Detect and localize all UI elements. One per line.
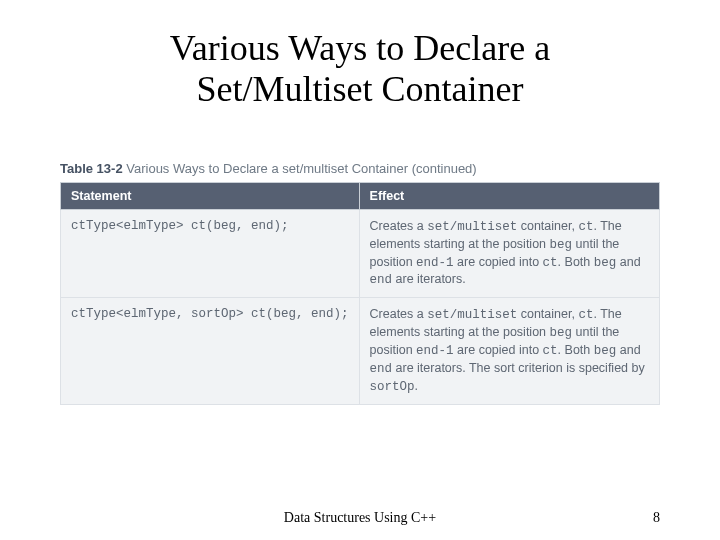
effect-code: end-1 [416,344,454,358]
effect-code: end [370,273,393,287]
effect-text: container, [517,219,578,233]
effect-text: . [415,379,418,393]
table-header-row: Statement Effect [61,182,660,209]
effect-code: beg [550,326,573,340]
effect-text: and [616,343,640,357]
effect-code: ct [578,308,593,322]
effect-text: . Both [558,343,594,357]
effect-code: set/multiset [427,308,517,322]
effect-code: ct [543,256,558,270]
effect-code: beg [550,238,573,252]
declaration-table: Statement Effect ctType<elmType> ct(beg,… [60,182,660,405]
effect-cell: Creates a set/multiset container, ct. Th… [359,209,659,298]
slide: Various Ways to Declare a Set/Multiset C… [0,0,720,540]
effect-text: are iterators. The sort criterion is spe… [392,361,645,375]
col-statement: Statement [61,182,360,209]
effect-text: are iterators. [392,272,466,286]
effect-code: set/multiset [427,220,517,234]
effect-code: beg [594,256,617,270]
effect-text: Creates a [370,307,428,321]
effect-code: ct [578,220,593,234]
effect-text: and [616,255,640,269]
footer-source: Data Structures Using C++ [284,510,436,526]
effect-text: are copied into [454,255,543,269]
effect-code: beg [594,344,617,358]
statement-cell: ctType<elmType, sortOp> ct(beg, end); [61,298,360,404]
statement-cell: ctType<elmType> ct(beg, end); [61,209,360,298]
table-caption-rest: Various Ways to Declare a set/multiset C… [126,161,476,176]
effect-text: container, [517,307,578,321]
effect-text: are copied into [454,343,543,357]
table-row: ctType<elmType, sortOp> ct(beg, end); Cr… [61,298,660,404]
page-number: 8 [653,510,660,526]
table-row: ctType<elmType> ct(beg, end); Creates a … [61,209,660,298]
table-label: Table 13-2 [60,161,123,176]
effect-code: end [370,362,393,376]
table-wrap: Table 13-2 Various Ways to Declare a set… [60,161,660,405]
table-caption: Table 13-2 Various Ways to Declare a set… [60,161,660,176]
effect-code: ct [543,344,558,358]
col-effect: Effect [359,182,659,209]
effect-text: . Both [558,255,594,269]
effect-code: sortOp [370,380,415,394]
effect-code: end-1 [416,256,454,270]
effect-text: Creates a [370,219,428,233]
slide-title: Various Ways to Declare a Set/Multiset C… [80,28,640,111]
effect-cell: Creates a set/multiset container, ct. Th… [359,298,659,404]
